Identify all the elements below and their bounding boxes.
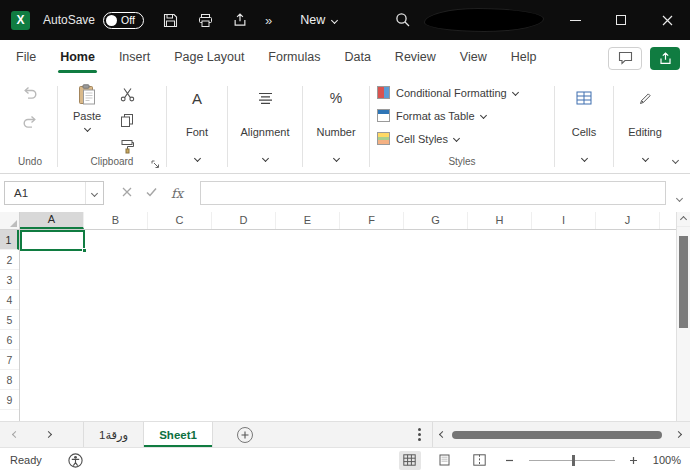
- insert-function-button[interactable]: fx: [171, 186, 183, 201]
- menu-tab-help[interactable]: Help: [499, 40, 549, 76]
- page-layout-view-button[interactable]: [434, 451, 456, 470]
- toggle-knob-icon: [106, 15, 117, 26]
- clipboard-dialog-launcher-icon[interactable]: [151, 160, 160, 169]
- column-header-G[interactable]: G: [404, 212, 468, 229]
- cut-button[interactable]: [115, 86, 139, 103]
- accessibility-icon[interactable]: [68, 453, 83, 468]
- save-button[interactable]: [160, 9, 180, 31]
- undo-icon: [22, 85, 38, 100]
- group-separator: [227, 86, 228, 167]
- row-header-8[interactable]: 8: [0, 370, 19, 390]
- chevron-down-icon: [453, 135, 460, 142]
- ribbon-group-cells[interactable]: Cells: [558, 78, 610, 173]
- add-sheet-button[interactable]: [237, 427, 253, 443]
- row-header-4[interactable]: 4: [0, 290, 19, 310]
- collapse-ribbon-button[interactable]: [673, 152, 678, 166]
- sheet-tab-1[interactable]: Sheet1: [144, 422, 213, 447]
- row-header-9[interactable]: 9: [0, 390, 19, 410]
- previous-sheet-button[interactable]: [12, 431, 19, 438]
- zoom-slider-thumb[interactable]: [572, 455, 575, 466]
- select-all-corner[interactable]: [0, 212, 20, 230]
- format-painter-button[interactable]: [115, 138, 139, 155]
- horizontal-scrollbar[interactable]: [432, 422, 690, 447]
- expand-formula-bar-button[interactable]: [677, 190, 682, 204]
- document-title-button[interactable]: New: [300, 13, 337, 27]
- share-button[interactable]: [650, 47, 680, 70]
- menu-tab-insert[interactable]: Insert: [107, 40, 162, 76]
- page-layout-icon: [438, 454, 451, 466]
- sheet-options-kebab-icon[interactable]: [406, 422, 432, 447]
- vertical-scroll-thumb[interactable]: [679, 236, 688, 328]
- print-button[interactable]: [195, 9, 215, 31]
- column-header-F[interactable]: F: [340, 212, 404, 229]
- styles-button-cell-styles[interactable]: Cell Styles: [377, 132, 551, 145]
- zoom-level-button[interactable]: 100%: [653, 454, 681, 466]
- cancel-button[interactable]: [122, 186, 132, 200]
- menu-tab-home[interactable]: Home: [48, 40, 107, 76]
- search-icon[interactable]: [395, 12, 411, 31]
- fill-handle[interactable]: [82, 248, 87, 253]
- vertical-scrollbar[interactable]: [676, 212, 690, 421]
- column-header-B[interactable]: B: [84, 212, 148, 229]
- redo-button[interactable]: [18, 113, 42, 130]
- row-header-5[interactable]: 5: [0, 310, 19, 330]
- next-sheet-button[interactable]: [45, 431, 52, 438]
- comments-button[interactable]: [608, 47, 642, 70]
- column-header-H[interactable]: H: [468, 212, 532, 229]
- share-upload-button[interactable]: [230, 9, 250, 31]
- excel-logo-icon[interactable]: X: [11, 11, 30, 30]
- row-header-1[interactable]: 1: [0, 230, 19, 250]
- scroll-right-button[interactable]: [675, 431, 682, 438]
- undo-button[interactable]: [18, 84, 42, 101]
- ribbon-group-alignment[interactable]: Alignment: [231, 78, 299, 173]
- ribbon-group-styles: Conditional FormattingFormat as TableCel…: [373, 78, 551, 173]
- maximize-button[interactable]: [598, 0, 644, 40]
- maximize-icon: [616, 15, 626, 25]
- menu-tab-page-layout[interactable]: Page Layout: [162, 40, 256, 76]
- scroll-up-button[interactable]: [677, 212, 690, 227]
- row-header-6[interactable]: 6: [0, 330, 19, 350]
- zoom-slider[interactable]: [529, 460, 615, 461]
- close-button[interactable]: [644, 0, 690, 40]
- menu-tab-formulas[interactable]: Formulas: [256, 40, 332, 76]
- sheetbar-right: [406, 422, 690, 447]
- number-group-label: Number: [316, 126, 355, 138]
- cells-area[interactable]: [20, 230, 676, 421]
- scroll-left-button[interactable]: [439, 431, 446, 438]
- name-box[interactable]: A1: [4, 181, 104, 205]
- minimize-button[interactable]: [552, 0, 598, 40]
- more-commands-icon[interactable]: »: [265, 13, 272, 28]
- zoom-out-button[interactable]: [504, 452, 516, 468]
- paste-button[interactable]: Paste: [61, 80, 113, 156]
- sheet-tab-0[interactable]: ورقة1: [83, 422, 144, 447]
- zoom-in-button[interactable]: [628, 452, 640, 468]
- menu-tab-data[interactable]: Data: [332, 40, 382, 76]
- column-header-A[interactable]: A: [20, 212, 84, 229]
- menu-tab-review[interactable]: Review: [383, 40, 448, 76]
- column-header-I[interactable]: I: [532, 212, 596, 229]
- normal-view-button[interactable]: [399, 451, 421, 470]
- ribbon-group-editing[interactable]: Editing: [617, 78, 673, 173]
- name-box-dropdown[interactable]: [85, 182, 103, 204]
- column-header-C[interactable]: C: [148, 212, 212, 229]
- alignment-group-label: Alignment: [241, 126, 290, 138]
- row-header-2[interactable]: 2: [0, 250, 19, 270]
- styles-button-format-as-table[interactable]: Format as Table: [377, 109, 551, 122]
- ribbon-group-font[interactable]: A Font: [170, 78, 224, 173]
- styles-button-conditional-formatting[interactable]: Conditional Formatting: [377, 86, 551, 99]
- ribbon-group-number[interactable]: % Number: [306, 78, 366, 173]
- formula-input[interactable]: [200, 181, 666, 205]
- autosave-toggle[interactable]: Off: [103, 12, 144, 29]
- column-header-D[interactable]: D: [212, 212, 276, 229]
- horizontal-scroll-thumb[interactable]: [452, 431, 662, 439]
- ribbon-inner: Undo Paste Clipboar: [0, 76, 690, 173]
- page-break-view-button[interactable]: [469, 451, 491, 470]
- column-header-J[interactable]: J: [596, 212, 660, 229]
- column-header-E[interactable]: E: [276, 212, 340, 229]
- menu-tab-file[interactable]: File: [4, 40, 48, 76]
- enter-button[interactable]: [146, 186, 157, 200]
- row-header-3[interactable]: 3: [0, 270, 19, 290]
- row-header-7[interactable]: 7: [0, 350, 19, 370]
- menu-tab-view[interactable]: View: [448, 40, 499, 76]
- copy-button[interactable]: [115, 112, 139, 129]
